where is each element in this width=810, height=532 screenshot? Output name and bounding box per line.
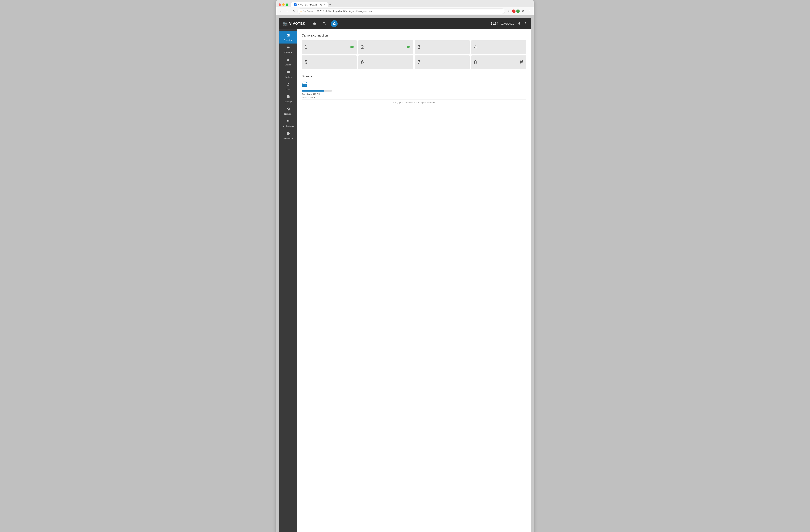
camera-status-icon-1	[350, 45, 354, 50]
alarm-icon	[287, 58, 290, 63]
toolbar-right: ☆ ⚙ ⋮	[506, 9, 532, 14]
camera-cell-3[interactable]: 3	[415, 40, 470, 54]
camera-num-1: 1	[304, 44, 307, 50]
camera-cell-2[interactable]: 2	[358, 40, 413, 54]
sidebar: Overview Camera Alarm	[279, 29, 297, 532]
footer-text: Copyright © VIVOTEK Inc. All rights rese…	[393, 101, 435, 104]
logo-text: VIVOTEK	[289, 22, 306, 26]
logo-area: 📷 VIVOTEK	[283, 21, 306, 26]
applications-icon	[287, 120, 290, 124]
traffic-lights	[279, 3, 288, 6]
sidebar-item-user[interactable]: User	[279, 80, 297, 93]
network-icon	[287, 107, 290, 112]
sidebar-item-system[interactable]: System	[279, 68, 297, 80]
settings-button[interactable]: ⚙	[520, 9, 526, 14]
live-view-button[interactable]	[311, 20, 318, 27]
browser-tabs: V VIVOTEK ND9322P_v2 × +	[291, 2, 531, 7]
header-time: 11:54	[491, 22, 498, 26]
sidebar-label-alarm: Alarm	[286, 64, 291, 66]
tab-favicon: V	[294, 3, 296, 6]
camera-cell-4[interactable]: 4	[471, 40, 526, 54]
footer: Copyright © VIVOTEK Inc. All rights rese…	[302, 99, 526, 105]
menu-button[interactable]: ⋮	[526, 9, 532, 14]
storage-sidebar-icon	[287, 95, 290, 99]
sidebar-item-alarm[interactable]: Alarm	[279, 56, 297, 68]
sidebar-label-system: System	[285, 76, 292, 78]
hdd-icon	[302, 82, 308, 88]
camera-cell-7[interactable]: 7	[415, 55, 470, 69]
app-header: 📷 VIVOTEK 11:54 01/06/2021	[279, 18, 531, 29]
storage-bar-fill	[302, 90, 324, 92]
security-icon: ⚠	[300, 10, 302, 13]
camera-num-4: 4	[474, 44, 477, 50]
storage-title: Storage	[302, 75, 526, 78]
system-icon	[287, 70, 290, 75]
sidebar-item-overview[interactable]: Overview	[279, 31, 297, 44]
bookmark-button[interactable]: ☆	[506, 9, 512, 14]
storage-bar-container	[302, 90, 332, 92]
settings-nav-button[interactable]	[331, 20, 338, 27]
address-bar[interactable]: ⚠ Not Secure | 192.168.1.82/settings.htm…	[297, 9, 505, 14]
app-container: 📷 VIVOTEK 11:54 01/06/2021	[276, 15, 534, 532]
browser-titlebar: V VIVOTEK ND9322P_v2 × +	[276, 0, 534, 7]
camera-cell-6[interactable]: 6	[358, 55, 413, 69]
camera-icon	[287, 46, 290, 50]
sidebar-label-camera: Camera	[285, 51, 292, 53]
sidebar-item-storage[interactable]: Storage	[279, 93, 297, 105]
browser-toolbar: ← → ↻ ⚠ Not Secure | 192.168.1.82/settin…	[276, 7, 534, 15]
sidebar-label-network: Network	[284, 113, 292, 115]
active-tab[interactable]: V VIVOTEK ND9322P_v2 ×	[291, 2, 328, 7]
back-button[interactable]: ←	[278, 9, 284, 14]
sidebar-item-network[interactable]: Network	[279, 105, 297, 117]
sidebar-label-applications: Applications	[282, 125, 294, 127]
close-button[interactable]	[279, 3, 281, 6]
header-date: 01/06/2021	[501, 22, 514, 25]
new-tab-button[interactable]: +	[328, 2, 333, 7]
main-layout: Overview Camera Alarm	[279, 29, 531, 532]
sidebar-label-overview: Overview	[284, 39, 293, 41]
tab-title: VIVOTEK ND9322P_v2	[298, 3, 322, 6]
logo-icon: 📷	[283, 21, 288, 26]
storage-icon-area	[302, 81, 526, 88]
alert-icon-button[interactable]	[518, 21, 521, 26]
extension-icon-1[interactable]	[512, 10, 516, 13]
storage-total: Total: 1860 GB	[302, 96, 526, 100]
sidebar-label-user: User	[286, 88, 290, 90]
camera-num-3: 3	[418, 44, 421, 50]
search-button[interactable]	[321, 20, 328, 27]
camera-num-8: 8	[474, 59, 477, 65]
camera-cell-8[interactable]: 8	[471, 55, 526, 69]
information-icon	[287, 132, 290, 136]
url-text: 192.168.1.82/settings.html#/settings/set…	[317, 10, 372, 13]
user-icon-button[interactable]	[524, 21, 527, 26]
sidebar-label-information: Information	[283, 137, 293, 139]
reload-button[interactable]: ↻	[291, 9, 296, 14]
sidebar-label-storage: Storage	[285, 100, 292, 103]
browser-frame: V VIVOTEK ND9322P_v2 × + ← → ↻ ⚠ Not Sec…	[276, 0, 534, 532]
header-nav	[311, 20, 338, 27]
content-panel: Camera connection 1 2	[297, 29, 531, 532]
camera-status-icon-8	[519, 60, 524, 65]
storage-section: Storage Remaining: 470 GB Total: 1860 GB	[302, 75, 526, 99]
camera-cell-5[interactable]: 5	[302, 55, 357, 69]
camera-num-2: 2	[361, 44, 364, 50]
camera-num-6: 6	[361, 59, 364, 65]
maximize-button[interactable]	[286, 3, 288, 6]
sidebar-item-camera[interactable]: Camera	[279, 44, 297, 56]
camera-status-icon-2	[406, 45, 411, 50]
security-label: Not Secure	[303, 10, 313, 12]
sidebar-item-information[interactable]: Information	[279, 130, 297, 142]
tab-close-button[interactable]: ×	[324, 3, 325, 6]
header-icons	[518, 21, 527, 26]
forward-button[interactable]: →	[285, 9, 290, 14]
camera-connection-title: Camera connection	[302, 34, 526, 37]
camera-num-7: 7	[418, 59, 421, 65]
extension-icon-2[interactable]	[516, 10, 520, 13]
sidebar-item-applications[interactable]: Applications	[279, 117, 297, 130]
camera-num-5: 5	[304, 59, 307, 65]
camera-cell-1[interactable]: 1	[302, 40, 357, 54]
overview-icon	[287, 33, 290, 38]
minimize-button[interactable]	[282, 3, 285, 6]
user-sidebar-icon	[287, 83, 290, 87]
storage-remaining: Remaining: 470 GB	[302, 93, 526, 96]
